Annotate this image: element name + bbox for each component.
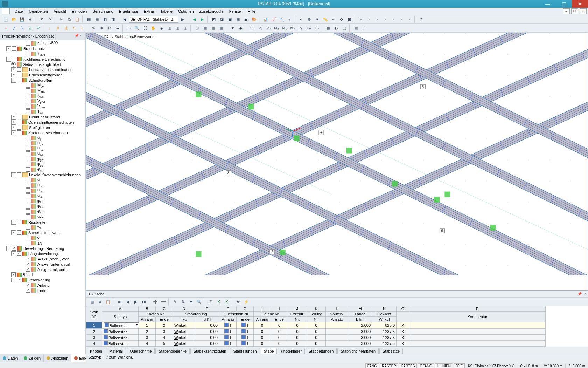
table-copy-icon[interactable]: ⧉ <box>96 298 104 306</box>
color-icon[interactable]: 🎨 <box>250 15 258 23</box>
checkbox[interactable] <box>17 120 21 124</box>
tree-node[interactable]: -Rissbreite <box>0 219 85 225</box>
tool-icon[interactable]: ▦ <box>85 15 93 23</box>
mirror-icon[interactable]: ⇋ <box>114 24 121 32</box>
checkbox[interactable] <box>12 46 16 51</box>
checkbox[interactable] <box>26 83 30 88</box>
table-tab-stabbettungen[interactable]: Stabbettungen <box>306 348 337 354</box>
prev-icon[interactable]: ◀ <box>121 15 128 23</box>
tree-node[interactable]: -Sicherheitsbeiwert <box>0 230 85 235</box>
mdi-close-button[interactable]: × <box>580 8 587 14</box>
checkbox[interactable] <box>26 151 30 156</box>
view-z-icon[interactable]: ◫ <box>182 24 189 32</box>
nav-tab-ansichten[interactable]: Ansichten <box>44 354 71 362</box>
minimize-button[interactable]: — <box>540 0 556 8</box>
filter-icon[interactable]: ▼ <box>229 24 237 32</box>
menu-fenster[interactable]: Fenster <box>226 8 245 14</box>
tree-node[interactable]: Gebrauchstauglichkeit <box>0 62 85 67</box>
checkbox[interactable] <box>26 188 30 193</box>
checkbox[interactable] <box>17 278 21 282</box>
tool-icon[interactable]: ▤ <box>93 15 101 23</box>
grid-icon[interactable]: ▦ <box>201 24 209 32</box>
tree-node[interactable]: γ <box>0 235 85 240</box>
checkbox[interactable] <box>17 78 21 82</box>
table-tab-material[interactable]: Material <box>106 348 126 354</box>
load-icon[interactable]: ⇊ <box>54 24 62 32</box>
axis-icon[interactable]: ⊹ <box>338 15 345 23</box>
checkbox[interactable] <box>26 241 30 245</box>
view-icon[interactable]: ◩ <box>210 15 218 23</box>
zoom-icon[interactable]: 🔍 <box>133 24 141 32</box>
cut-icon[interactable]: ✂ <box>57 15 65 23</box>
checkbox[interactable] <box>17 251 21 256</box>
radio[interactable] <box>11 62 16 67</box>
checkbox[interactable] <box>26 283 30 287</box>
tree-node[interactable]: NEd <box>0 93 85 98</box>
grid-icon[interactable]: ▦ <box>209 24 217 32</box>
view-x-icon[interactable]: ◫ <box>166 24 173 32</box>
excel-icon[interactable]: X <box>215 298 223 306</box>
label-icon[interactable]: M₂ <box>289 24 296 32</box>
checkbox[interactable] <box>26 99 30 103</box>
checkbox[interactable] <box>26 267 30 272</box>
goto-next-icon[interactable]: ▶ <box>198 15 206 23</box>
view-y-icon[interactable]: ◫ <box>174 24 181 32</box>
move-icon[interactable]: ✥ <box>98 24 105 32</box>
expand-icon[interactable]: - <box>6 46 11 51</box>
copy-icon[interactable]: ⧉ <box>65 15 73 23</box>
view-icon[interactable]: ▣ <box>226 15 234 23</box>
table-nav-icon[interactable]: ⏮ <box>116 298 124 306</box>
table-tab-knotenlager[interactable]: Knotenlager <box>278 348 304 354</box>
module-icon[interactable]: ▫ <box>390 15 397 23</box>
expand-icon[interactable]: + <box>11 73 16 77</box>
render-icon[interactable]: ▦ <box>324 24 332 32</box>
expand-icon[interactable]: - <box>11 130 16 135</box>
navigator-tree[interactable]: zul ui,z l/500-BrandschutzγSL,fi-Nichtli… <box>0 40 85 354</box>
filter-icon[interactable]: ▼ <box>314 15 321 23</box>
menu-einfügen[interactable]: Einfügen <box>69 8 90 14</box>
tree-node[interactable]: ug <box>0 135 85 141</box>
tree-node[interactable]: φl,z <box>0 209 85 214</box>
measure-icon[interactable]: 📏 <box>322 15 329 23</box>
checkbox[interactable] <box>17 220 21 224</box>
checkbox[interactable] <box>26 257 30 261</box>
print-icon[interactable]: 🖨 <box>26 15 34 23</box>
table-nav-icon[interactable]: ◀ <box>124 298 132 306</box>
iso-icon[interactable]: ◈ <box>158 24 165 32</box>
checkbox[interactable] <box>26 94 30 98</box>
wire-icon[interactable]: ▢ <box>341 24 348 32</box>
table-sort-icon[interactable]: ⇅ <box>179 298 187 306</box>
table-row[interactable]: 2Balkenstab23Winkel0.001100003.0001237.5… <box>86 329 546 335</box>
tree-node[interactable]: ul <box>0 177 85 183</box>
tree-node[interactable]: A-s,gesamt, vorh. <box>0 267 85 272</box>
load-icon[interactable]: ↻ <box>70 24 78 32</box>
menu-extras[interactable]: Extras <box>141 8 158 14</box>
tree-node[interactable]: -Brandschutz <box>0 46 85 51</box>
edit-icon[interactable]: ✎ <box>90 24 97 32</box>
module-icon[interactable]: ▫ <box>406 15 413 23</box>
checkbox[interactable] <box>17 67 21 72</box>
checkbox[interactable] <box>26 209 30 214</box>
table-nav-icon[interactable]: ▶ <box>132 298 140 306</box>
checkbox[interactable] <box>17 130 21 135</box>
checkbox[interactable] <box>26 146 30 151</box>
save-icon[interactable]: 💾 <box>18 15 26 23</box>
tree-node[interactable]: +Steifigkeiten <box>0 125 85 130</box>
load-icon[interactable]: ⤵ <box>78 24 86 32</box>
tree-node[interactable]: MzEd <box>0 88 85 93</box>
nav-tab-daten[interactable]: Daten <box>0 354 21 362</box>
tree-node[interactable]: A-s,+z (unten), vorh. <box>0 261 85 267</box>
tree-node[interactable]: γSL,fi <box>0 51 85 56</box>
checkbox[interactable] <box>17 172 21 177</box>
expand-icon[interactable]: - <box>11 172 16 177</box>
check-icon[interactable]: ✔ <box>298 15 305 23</box>
layer-icon[interactable]: ☰ <box>242 15 250 23</box>
menu-tabelle[interactable]: Tabelle <box>158 8 175 14</box>
expand-icon[interactable]: - <box>11 230 16 235</box>
table-tab-stabsätze[interactable]: Stabsätze <box>379 348 403 354</box>
member-icon[interactable]: ╱ <box>10 24 18 32</box>
module-icon[interactable]: ▫ <box>365 15 373 23</box>
checkbox[interactable] <box>26 141 30 145</box>
checkbox[interactable] <box>26 214 30 219</box>
tree-node[interactable]: A-s,-z (oben), vorh. <box>0 256 85 261</box>
